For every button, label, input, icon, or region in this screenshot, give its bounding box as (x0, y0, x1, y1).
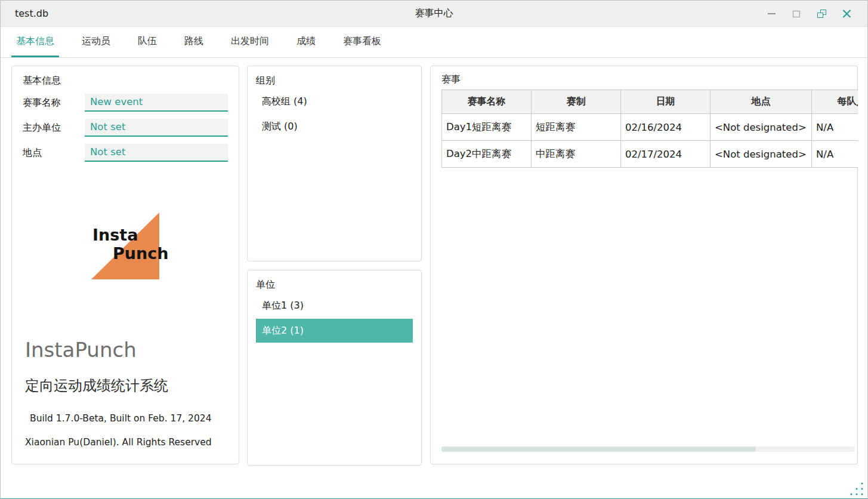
column-header-format[interactable]: 赛制 (532, 90, 621, 114)
events-panel-title: 赛事 (441, 73, 857, 86)
app-subtitle: 定向运动成绩统计系统 (25, 376, 228, 395)
basic-info-panel-title: 基本信息 (23, 75, 228, 87)
minimize-icon (768, 13, 776, 14)
tab-start-times[interactable]: 出发时间 (226, 27, 274, 57)
copyright: Xiaonian Pu(Daniel). All Rights Reserved (25, 437, 228, 448)
column-header-date[interactable]: 日期 (621, 90, 711, 114)
location-field-row: 地点 Not set (23, 143, 228, 162)
organizer-label: 主办单位 (23, 122, 85, 134)
group-item-test[interactable]: 测试 (0) (256, 115, 413, 138)
event-row-day2[interactable]: Day2中距离赛 中距离赛 02/17/2024 <Not designated… (442, 141, 858, 168)
event-name-input[interactable]: New event (85, 94, 228, 112)
column-header-event-name[interactable]: 赛事名称 (442, 90, 532, 114)
app-name: InstaPunch (25, 338, 228, 362)
logo-text-line1: Insta (92, 227, 138, 243)
cell-location: <Not designated> (711, 114, 812, 141)
instapunch-logo: Insta Punch (91, 212, 159, 279)
events-header-row: 赛事名称 赛制 日期 地点 每队人数 (442, 90, 858, 114)
cell-date: 02/16/2024 (621, 114, 711, 141)
location-input[interactable]: Not set (85, 144, 228, 162)
unit-item-1[interactable]: 单位1 (3) (256, 294, 413, 318)
main-content: 基本信息 赛事名称 New event 主办单位 Not set 地点 Not … (1, 58, 867, 498)
restore-button[interactable] (809, 1, 834, 27)
groups-panel: 组别 高校组 (4) 测试 (0) (247, 66, 422, 261)
tab-courses[interactable]: 路线 (180, 27, 208, 57)
tab-athletes[interactable]: 运动员 (77, 27, 115, 57)
restore-icon (817, 10, 826, 18)
column-header-location[interactable]: 地点 (711, 90, 812, 114)
cell-team-size: N/A (812, 114, 858, 141)
events-table-viewport: 赛事名称 赛制 日期 地点 每队人数 Day1短距离赛 短距离赛 02/16/2… (441, 90, 858, 168)
events-table: 赛事名称 赛制 日期 地点 每队人数 Day1短距离赛 短距离赛 02/16/2… (441, 90, 858, 168)
titlebar[interactable]: test.db 赛事中心 (1, 1, 867, 27)
organizer-input[interactable]: Not set (85, 119, 228, 137)
units-panel-title: 单位 (256, 279, 413, 291)
build-info: Build 1.7.0-Beta, Built on Feb. 17, 2024 (30, 413, 228, 424)
horizontal-scrollbar-thumb[interactable] (441, 446, 756, 452)
group-item-universities[interactable]: 高校组 (4) (256, 90, 413, 113)
column-header-team-size[interactable]: 每队人数 (812, 90, 858, 114)
maximize-button[interactable] (784, 1, 809, 27)
groups-panel-title: 组别 (256, 75, 413, 87)
cell-team-size: N/A (812, 141, 858, 168)
resize-grip-icon[interactable] (850, 482, 864, 496)
groups-list: 高校组 (4) 测试 (0) (256, 90, 413, 138)
close-button[interactable] (834, 1, 859, 27)
close-icon (842, 10, 851, 19)
window-title: 赛事中心 (415, 7, 453, 20)
tab-basic-info[interactable]: 基本信息 (11, 27, 59, 57)
cell-date: 02/17/2024 (621, 141, 711, 168)
cell-event-name: Day1短距离赛 (442, 114, 532, 141)
minimize-button[interactable] (759, 1, 784, 27)
basic-info-panel: 基本信息 赛事名称 New event 主办单位 Not set 地点 Not … (11, 66, 239, 464)
logo-text-line2: Punch (113, 245, 168, 261)
tab-event-board[interactable]: 赛事看板 (338, 27, 386, 57)
maximize-icon (793, 11, 800, 17)
unit-item-2-selected[interactable]: 单位2 (1) (256, 319, 413, 343)
units-panel: 单位 单位1 (3) 单位2 (1) (247, 270, 422, 466)
horizontal-scrollbar[interactable] (441, 446, 855, 452)
cell-format: 短距离赛 (532, 114, 621, 141)
cell-event-name: Day2中距离赛 (442, 141, 532, 168)
window-controls (759, 1, 859, 27)
event-name-field-row: 赛事名称 New event (23, 93, 228, 112)
location-label: 地点 (23, 147, 85, 159)
app-window: test.db 赛事中心 基本信息 运动员 队伍 路线 出发时间 成绩 赛事看板 (0, 0, 868, 499)
event-name-label: 赛事名称 (23, 97, 85, 109)
units-list: 单位1 (3) 单位2 (1) (256, 294, 413, 343)
tab-teams[interactable]: 队伍 (133, 27, 162, 57)
window-file-name: test.db (15, 8, 48, 19)
cell-location: <Not designated> (711, 141, 812, 168)
cell-format: 中距离赛 (532, 141, 621, 168)
tab-results[interactable]: 成绩 (292, 27, 320, 57)
tab-bar: 基本信息 运动员 队伍 路线 出发时间 成绩 赛事看板 (1, 27, 867, 58)
organizer-field-row: 主办单位 Not set (23, 118, 228, 137)
event-row-day1[interactable]: Day1短距离赛 短距离赛 02/16/2024 <Not designated… (442, 114, 858, 141)
events-panel: 赛事 赛事名称 赛制 日期 地点 每队人数 (430, 66, 858, 464)
